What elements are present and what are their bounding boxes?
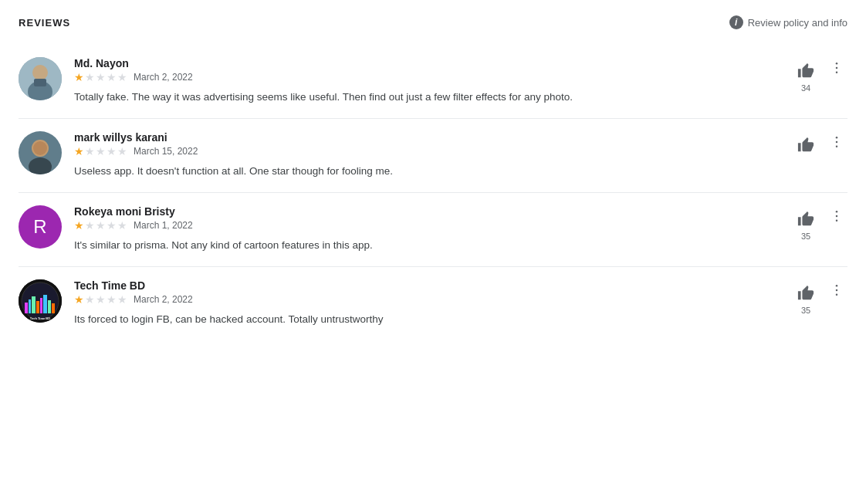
reviewer-name: Rokeya moni Bristy	[74, 205, 783, 218]
review-content: mark willys karani ★★★★★ March 15, 2022 …	[74, 131, 783, 180]
svg-rect-19	[25, 303, 28, 313]
star-empty: ★	[96, 145, 106, 157]
svg-rect-24	[43, 295, 47, 313]
reviewer-name: mark willys karani	[74, 131, 783, 144]
svg-rect-3	[34, 79, 46, 86]
review-content: Md. Nayon ★★★★★ March 2, 2022 Totally fa…	[74, 57, 783, 106]
svg-text:Tech Time BD: Tech Time BD	[30, 316, 50, 320]
star-empty: ★	[85, 145, 95, 157]
review-meta: ★★★★★ March 2, 2022	[74, 71, 783, 83]
thumbs-up-button[interactable]	[795, 282, 817, 304]
likes-count: 35	[801, 232, 810, 241]
review-actions	[795, 131, 847, 156]
more-options-button[interactable]	[826, 208, 847, 230]
svg-point-4	[836, 63, 838, 65]
star-filled: ★	[74, 71, 84, 83]
review-text: Useless app. It doesn't function at all.…	[74, 164, 783, 180]
review-actions: 35	[795, 205, 847, 241]
reviewer-name: Md. Nayon	[74, 57, 783, 69]
svg-rect-21	[32, 296, 36, 313]
thumbs-up-button[interactable]	[795, 208, 817, 230]
review-text: It's similar to prisma. Not any kind of …	[74, 238, 783, 254]
more-options-button[interactable]	[826, 282, 847, 304]
thumbs-up-container: 34	[795, 60, 817, 93]
policy-link-label: Review policy and info	[748, 17, 847, 29]
star-empty: ★	[85, 71, 95, 83]
star-rating: ★★★★★	[74, 71, 127, 83]
star-empty: ★	[85, 219, 95, 232]
avatar	[19, 57, 62, 100]
review-item: Tech Time BD Tech Time BD ★★★★★ March 2,…	[19, 267, 847, 340]
svg-point-11	[836, 137, 838, 139]
review-date: March 2, 2022	[134, 72, 193, 83]
svg-rect-25	[48, 300, 51, 313]
avatar: R	[19, 205, 62, 249]
star-empty: ★	[96, 293, 106, 306]
review-policy-link[interactable]: i Review policy and info	[729, 15, 847, 29]
info-icon: i	[729, 15, 743, 29]
review-item: R Rokeya moni Bristy ★★★★★ March 1, 2022…	[19, 193, 847, 267]
star-empty: ★	[107, 145, 117, 157]
review-item: Md. Nayon ★★★★★ March 2, 2022 Totally fa…	[19, 45, 847, 119]
review-meta: ★★★★★ March 2, 2022	[74, 293, 783, 306]
svg-point-12	[836, 141, 838, 144]
review-date: March 2, 2022	[134, 294, 193, 305]
star-filled: ★	[74, 293, 84, 306]
more-options-button[interactable]	[826, 134, 847, 156]
likes-count: 34	[801, 83, 810, 93]
star-empty: ★	[85, 293, 95, 306]
avatar: Tech Time BD	[19, 279, 62, 323]
star-rating: ★★★★★	[74, 145, 127, 157]
svg-rect-26	[52, 303, 55, 313]
svg-point-13	[836, 146, 838, 148]
svg-rect-22	[36, 301, 39, 313]
review-date: March 1, 2022	[134, 220, 193, 231]
thumbs-up-button[interactable]	[795, 134, 817, 156]
review-meta: ★★★★★ March 1, 2022	[74, 219, 783, 232]
svg-point-1	[32, 65, 48, 80]
star-filled: ★	[74, 219, 84, 232]
svg-point-29	[836, 289, 838, 292]
svg-point-15	[836, 215, 838, 218]
review-date: March 15, 2022	[134, 146, 198, 157]
review-text: Totally fake. The way it was advertising…	[74, 90, 783, 106]
likes-count: 35	[801, 306, 810, 315]
star-empty: ★	[107, 293, 117, 306]
star-rating: ★★★★★	[74, 219, 127, 232]
reviews-list: Md. Nayon ★★★★★ March 2, 2022 Totally fa…	[19, 45, 847, 340]
star-empty: ★	[117, 219, 127, 232]
thumbs-up-container: 35	[795, 208, 817, 241]
reviews-heading: REVIEWS	[19, 17, 70, 29]
star-rating: ★★★★★	[74, 293, 127, 306]
star-empty: ★	[107, 71, 117, 83]
thumbs-up-button[interactable]	[795, 60, 817, 82]
star-empty: ★	[117, 71, 127, 83]
review-content: Tech Time BD ★★★★★ March 2, 2022 Its for…	[74, 279, 783, 328]
svg-point-5	[836, 67, 838, 69]
review-meta: ★★★★★ March 15, 2022	[74, 145, 783, 157]
review-text: Its forced to login FB, can be hacked ac…	[74, 312, 783, 328]
svg-point-16	[836, 219, 838, 222]
review-item: mark willys karani ★★★★★ March 15, 2022 …	[19, 119, 847, 193]
thumbs-up-container: 35	[795, 282, 817, 315]
thumbs-up-container	[795, 134, 817, 156]
svg-point-30	[836, 293, 838, 296]
svg-point-14	[836, 211, 838, 213]
star-empty: ★	[96, 219, 106, 232]
svg-point-10	[33, 141, 47, 155]
star-empty: ★	[96, 71, 106, 83]
star-empty: ★	[117, 145, 127, 157]
reviewer-name: Tech Time BD	[74, 279, 783, 292]
review-actions: 34	[795, 57, 847, 93]
svg-point-6	[836, 72, 838, 74]
star-empty: ★	[107, 219, 117, 232]
avatar	[19, 131, 62, 174]
review-actions: 35	[795, 279, 847, 315]
svg-point-28	[836, 285, 838, 287]
svg-rect-23	[40, 298, 42, 313]
star-filled: ★	[74, 145, 84, 157]
svg-rect-20	[29, 299, 31, 313]
more-options-button[interactable]	[826, 60, 847, 82]
star-empty: ★	[117, 293, 127, 306]
review-content: Rokeya moni Bristy ★★★★★ March 1, 2022 I…	[74, 205, 783, 254]
